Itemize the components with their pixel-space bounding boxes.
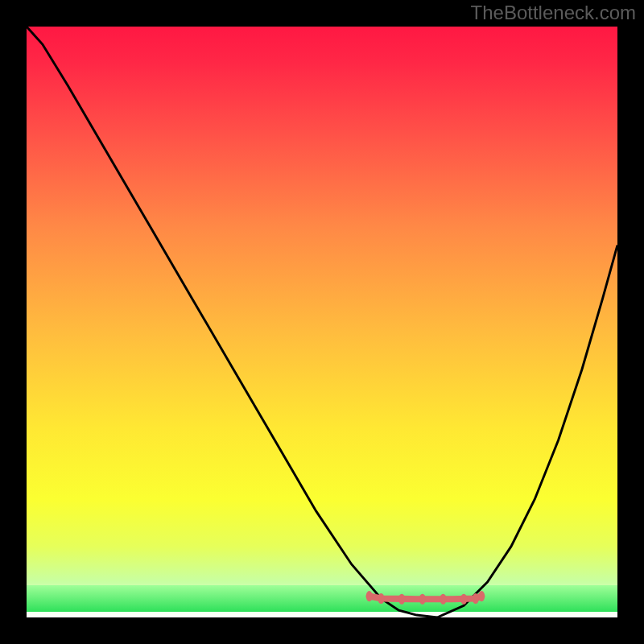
watermark-text: TheBottleneck.com — [471, 2, 636, 24]
bottleneck-curve — [27, 27, 617, 617]
chart-frame: TheBottleneck.com — [0, 0, 644, 644]
curve-right — [437, 246, 617, 617]
curve-left — [27, 27, 437, 617]
plot-area — [27, 27, 617, 617]
